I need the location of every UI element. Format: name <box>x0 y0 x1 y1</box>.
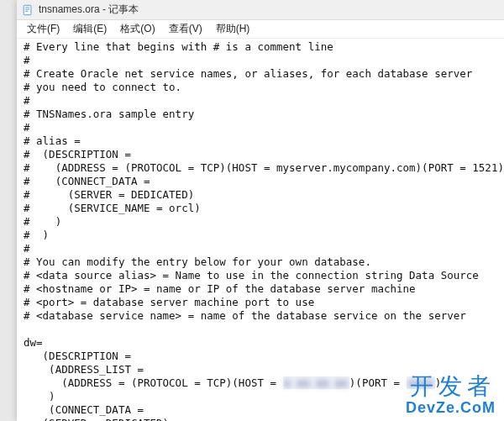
titlebar: tnsnames.ora - 记事本 <box>17 0 504 20</box>
text-line: # ) <box>24 215 497 229</box>
notepad-icon <box>22 4 34 16</box>
menu-view[interactable]: 查看(V) <box>162 20 209 38</box>
text-line: # (SERVER = DEDICATED) <box>24 188 497 202</box>
text-line: # (ADDRESS = (PROTOCOL = TCP)(HOST = mys… <box>24 161 497 175</box>
text-line: (ADDRESS_LIST = <box>24 363 497 376</box>
text-line: # <hostname or IP> = name or IP of the d… <box>24 282 497 296</box>
text-line: # <port> = database server machine port … <box>24 296 497 309</box>
window-title: tnsnames.ora - 记事本 <box>39 3 139 17</box>
text-line: # (SERVICE_NAME = orcl) <box>24 202 497 215</box>
text-line: # alias = <box>24 134 497 148</box>
text-line: ) <box>24 390 497 403</box>
menu-edit[interactable]: 编辑(E) <box>66 20 113 38</box>
text-line: # (DESCRIPTION = <box>24 148 497 161</box>
text-line: # you need to connect to. <box>24 81 497 94</box>
text-line: (DESCRIPTION = <box>24 350 497 363</box>
text-line: # <data source alias> = Name to use in t… <box>24 269 497 282</box>
text-line: # <box>24 121 497 134</box>
text-line: # Every line that begins with # is a com… <box>24 40 497 54</box>
text-line: dw= <box>24 336 497 350</box>
text-line: # <box>24 94 497 108</box>
text-line: # (CONNECT_DATA = <box>24 175 497 188</box>
menu-file[interactable]: 文件(F) <box>20 20 66 38</box>
svg-rect-0 <box>24 5 31 14</box>
notepad-window: tnsnames.ora - 记事本 文件(F) 编辑(E) 格式(O) 查看(… <box>17 0 504 421</box>
text-line: # <box>24 242 497 255</box>
menu-help[interactable]: 帮助(H) <box>209 20 257 38</box>
menubar: 文件(F) 编辑(E) 格式(O) 查看(V) 帮助(H) <box>17 20 504 39</box>
text-line: (SERVER = DEDICATED) <box>24 417 497 421</box>
text-line: # You can modify the entry below for you… <box>24 255 497 269</box>
text-line: (ADDRESS = (PROTOCOL = TCP)(HOST = x xx … <box>24 376 497 390</box>
text-line: # Create Oracle net service names, or al… <box>24 67 497 81</box>
redacted-port: xxxx <box>407 376 435 389</box>
text-area[interactable]: # Every line that begins with # is a com… <box>17 39 504 421</box>
text-line: # <box>24 54 497 67</box>
text-line: # TNSNames.ora sample entry <box>24 108 497 121</box>
redacted-host: x xx xx xx <box>283 376 349 389</box>
text-line: (CONNECT_DATA = <box>24 403 497 417</box>
text-line <box>24 323 497 336</box>
text-line: # <database service name> = name of the … <box>24 309 497 323</box>
menu-format[interactable]: 格式(O) <box>113 20 161 38</box>
text-line: # ) <box>24 229 497 242</box>
